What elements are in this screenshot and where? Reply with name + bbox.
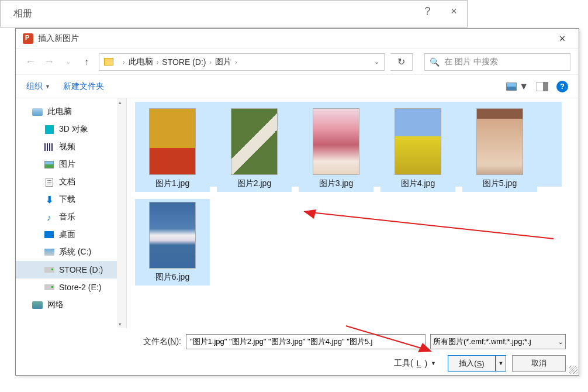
search-icon: 🔍 bbox=[430, 57, 440, 67]
parent-close-button[interactable]: × bbox=[441, 1, 467, 22]
breadcrumb-folder[interactable]: 图片 bbox=[215, 57, 231, 67]
file-thumbnail bbox=[313, 108, 359, 175]
svg-rect-1 bbox=[543, 82, 548, 91]
file-item[interactable]: 图片6.jpg bbox=[135, 199, 210, 286]
sidebar-videos[interactable]: 视频 bbox=[16, 138, 126, 156]
drive-icon bbox=[44, 284, 54, 290]
cancel-button[interactable]: 取消 bbox=[512, 355, 566, 372]
file-thumbnail bbox=[476, 108, 523, 175]
file-item[interactable]: 图片3.jpg bbox=[299, 105, 373, 192]
network-icon bbox=[32, 301, 43, 309]
parent-help-button[interactable]: ? bbox=[414, 1, 441, 22]
parent-window: 相册 ? × bbox=[0, 0, 468, 27]
file-name-label: 图片2.jpg bbox=[220, 178, 289, 189]
filename-input[interactable] bbox=[186, 334, 426, 349]
parent-title: 相册 bbox=[1, 1, 467, 20]
file-item[interactable]: 图片4.jpg bbox=[381, 105, 455, 192]
breadcrumb[interactable]: › 此电脑 › STORE (D:) › 图片 › ⌄ bbox=[99, 53, 385, 71]
breadcrumb-drive[interactable]: STORE (D:) bbox=[162, 57, 206, 67]
resize-grip[interactable] bbox=[569, 366, 577, 374]
desktop-icon bbox=[44, 231, 54, 238]
insert-dropdown-button[interactable]: ▼ bbox=[496, 355, 506, 372]
download-icon: ⬇ bbox=[46, 194, 53, 205]
chevron-right-icon: › bbox=[210, 59, 212, 66]
chevron-right-icon: › bbox=[235, 59, 237, 66]
drive-icon bbox=[44, 249, 54, 256]
dialog-footer: 文件名(N): 所有图片(*.emf;*.wmf;*.jpg;*.j ⌄ 工具(… bbox=[16, 328, 579, 375]
navigation-bar: ← → ⌄ ↑ › 此电脑 › STORE (D:) › 图片 › ⌄ ↻ 🔍 … bbox=[16, 49, 579, 75]
filetype-dropdown[interactable]: 所有图片(*.emf;*.wmf;*.jpg;*.j ⌄ bbox=[430, 334, 566, 349]
insert-button[interactable]: 插入(S) bbox=[448, 355, 496, 372]
folder-icon bbox=[104, 58, 113, 66]
file-thumbnail bbox=[149, 202, 196, 269]
caret-down-icon: ▼ bbox=[519, 81, 528, 92]
sidebar-3d-objects[interactable]: 3D 对象 bbox=[16, 121, 126, 138]
thumbnail-icon bbox=[506, 82, 517, 91]
file-thumbnail bbox=[149, 108, 196, 175]
file-item[interactable]: 图片1.jpg bbox=[135, 105, 210, 192]
filename-label: 文件名(N): bbox=[143, 336, 181, 347]
file-thumbnail bbox=[395, 108, 441, 175]
caret-down-icon: ▼ bbox=[45, 84, 50, 90]
sidebar-drive-e[interactable]: Store-2 (E:) bbox=[16, 278, 126, 296]
chevron-right-icon: › bbox=[123, 59, 125, 66]
file-list-area[interactable]: 图片1.jpg 图片2.jpg 图片3.jpg 图片4.jpg 图片5.jpg bbox=[127, 98, 579, 328]
breadcrumb-root[interactable]: 此电脑 bbox=[129, 57, 153, 67]
sidebar-network[interactable]: 网络 bbox=[16, 296, 126, 314]
sidebar-documents[interactable]: 文档 bbox=[16, 173, 126, 191]
sidebar-downloads[interactable]: ⬇ 下载 bbox=[16, 191, 126, 208]
search-placeholder: 在 图片 中搜索 bbox=[444, 57, 498, 67]
body-area: 此电脑 3D 对象 视频 图片 文档 ⬇ 下载 bbox=[16, 98, 579, 328]
toolbar: 组织▼ 新建文件夹 ▼ ? bbox=[16, 75, 579, 98]
help-button[interactable]: ? bbox=[556, 81, 568, 92]
preview-pane-button[interactable] bbox=[537, 82, 548, 91]
preview-pane-icon bbox=[537, 82, 548, 91]
music-icon: ♪ bbox=[47, 212, 51, 222]
refresh-icon: ↻ bbox=[397, 56, 405, 67]
file-item[interactable]: 图片2.jpg bbox=[217, 105, 292, 192]
powerpoint-icon bbox=[23, 33, 33, 44]
view-mode-button[interactable]: ▼ bbox=[506, 81, 528, 92]
forward-button[interactable]: → bbox=[43, 56, 56, 68]
sidebar-scrollbar[interactable] bbox=[117, 98, 126, 328]
search-input[interactable]: 🔍 在 图片 中搜索 bbox=[424, 53, 570, 71]
navigation-sidebar: 此电脑 3D 对象 视频 图片 文档 ⬇ 下载 bbox=[16, 98, 127, 328]
file-name-label: 图片6.jpg bbox=[138, 272, 207, 283]
file-open-dialog: 插入新图片 × ← → ⌄ ↑ › 此电脑 › STORE (D:) › 图片 … bbox=[15, 28, 579, 376]
file-name-label: 图片4.jpg bbox=[383, 178, 452, 189]
pc-icon bbox=[32, 108, 43, 116]
new-folder-button[interactable]: 新建文件夹 bbox=[63, 81, 104, 92]
sidebar-drive-d[interactable]: STORE (D:) bbox=[16, 261, 126, 278]
sidebar-pictures[interactable]: 图片 bbox=[16, 156, 126, 173]
sidebar-this-pc[interactable]: 此电脑 bbox=[16, 103, 126, 121]
dialog-title: 插入新图片 bbox=[38, 33, 551, 44]
file-name-label: 图片5.jpg bbox=[465, 178, 534, 189]
document-icon bbox=[46, 178, 53, 187]
file-name-label: 图片1.jpg bbox=[138, 178, 207, 189]
sidebar-drive-c[interactable]: 系统 (C:) bbox=[16, 243, 126, 261]
drive-icon bbox=[44, 267, 54, 273]
sidebar-music[interactable]: ♪ 音乐 bbox=[16, 208, 126, 226]
up-button[interactable]: ↑ bbox=[80, 57, 93, 67]
chevron-right-icon: › bbox=[157, 59, 159, 66]
file-name-label: 图片3.jpg bbox=[302, 178, 371, 189]
picture-icon bbox=[44, 161, 54, 169]
titlebar: 插入新图片 × bbox=[16, 29, 579, 49]
close-button[interactable]: × bbox=[551, 30, 574, 47]
3d-icon bbox=[45, 125, 54, 134]
history-dropdown[interactable]: ⌄ bbox=[61, 58, 74, 66]
back-button[interactable]: ← bbox=[24, 56, 37, 68]
refresh-button[interactable]: ↻ bbox=[390, 53, 413, 71]
caret-down-icon: ▼ bbox=[431, 360, 436, 366]
video-icon bbox=[44, 143, 54, 151]
tools-menu[interactable]: 工具(L) ▼ bbox=[394, 358, 436, 369]
organize-menu[interactable]: 组织▼ bbox=[26, 81, 50, 92]
breadcrumb-dropdown[interactable]: ⌄ bbox=[374, 58, 379, 66]
sidebar-desktop[interactable]: 桌面 bbox=[16, 226, 126, 243]
file-item[interactable]: 图片5.jpg bbox=[462, 105, 537, 192]
file-thumbnail bbox=[231, 108, 278, 175]
chevron-down-icon: ⌄ bbox=[558, 339, 563, 345]
